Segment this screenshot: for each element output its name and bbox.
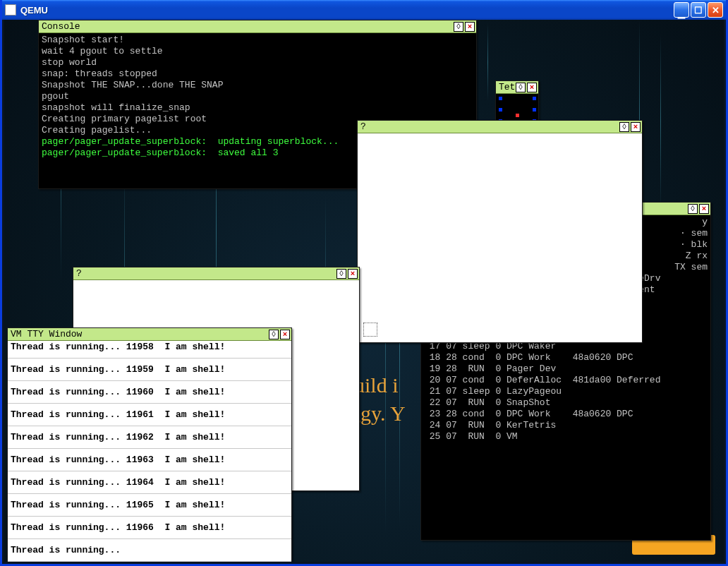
tetris-title: Tet [499,82,516,92]
console-title: Console [42,21,454,32]
blank-window-2-title: ? [360,121,619,132]
console-line: snap: threads stopped [42,68,473,80]
minimize-icon[interactable]: ◊ [336,269,346,279]
tty-line: Thread is running... 11959 I am shell! [8,359,291,381]
close-icon[interactable]: × [699,204,709,214]
tetris-block [516,114,519,117]
guest-desktop[interactable]: ɔuild i ɩggy. Y ◊ × y· sem· blkZ rxTX se… [4,20,724,562]
qemu-main-window: QEMU ▁ ☐ ✕ ɔuild i ɩggy. Y ◊ × [0,0,728,566]
close-icon[interactable]: × [527,83,537,92]
close-icon[interactable]: × [348,269,358,279]
vm-tty-title: VM TTY Window [11,329,269,339]
console-titlebar[interactable]: Console ◊ × [39,20,476,33]
tty-line: Thread is running... 11961 I am shell! [8,404,291,426]
process-row: 22 07 RUN 0 SnapShot [424,397,708,409]
close-icon[interactable]: × [631,122,641,132]
maximize-button[interactable]: ☐ [691,2,706,18]
process-row: 21 07 sleep 0 LazyPageou [424,386,708,397]
tetris-block [533,108,536,112]
bg-streak [660,34,661,210]
tty-line: Thread is running... 11960 I am shell! [8,381,291,404]
tty-line: Thread is running... 11965 I am shell! [8,494,291,517]
tty-line: Thread is running... 11958 I am shell! [8,341,291,359]
tty-line: Thread is running... 11962 I am shell! [8,426,291,449]
process-row: 25 07 RUN 0 VM [424,431,708,442]
tetris-block [499,108,502,112]
tetris-block [533,97,536,100]
vm-tty-window[interactable]: VM TTY Window ◊ × Thread is running... 1… [7,327,292,562]
blank-window-2-body[interactable] [358,133,642,342]
process-row: 23 28 cond 0 DPC Work 48a0620 DPC [424,409,708,420]
minimize-icon[interactable]: ◊ [688,204,698,214]
minimize-icon[interactable]: ◊ [269,330,279,339]
caret-box [363,323,377,337]
process-row: 24 07 RUN 0 KerTetris [424,420,708,431]
minimize-icon[interactable]: ◊ [454,22,463,32]
qemu-app-icon [5,4,16,16]
tetris-block [499,97,502,100]
tetris-titlebar[interactable]: Tet ◊ × [496,81,538,94]
minimize-icon[interactable]: ◊ [516,83,526,92]
tty-line: Thread is running... 11963 I am shell! [8,449,291,471]
vm-tty-body[interactable]: Thread is running... 11958 I am shell!Th… [8,341,291,562]
close-icon[interactable]: × [465,22,475,32]
tty-line: Thread is running... 11966 I am shell! [8,517,291,539]
process-row: 18 28 cond 0 DPC Work 48a0620 DPC [424,352,708,363]
process-row: 19 28 RUN 0 Pager Dev [424,363,708,375]
blank-window-1-title: ? [76,268,336,279]
console-line: Snapshot THE SNAP...done THE SNAP [42,80,473,91]
close-button[interactable]: ✕ [708,2,723,18]
qemu-title: QEMU [20,5,674,16]
window-control-buttons: ▁ ☐ ✕ [674,2,723,18]
vm-tty-titlebar[interactable]: VM TTY Window ◊ × [8,328,291,341]
console-line: Snapshot start! [42,35,473,46]
blank-window-1-titlebar[interactable]: ? ◊ × [73,267,359,280]
bg-streak [487,23,488,101]
blank-window-2-titlebar[interactable]: ? ◊ × [358,121,642,133]
blank-window-2[interactable]: ? ◊ × [357,120,643,343]
close-icon[interactable]: × [280,330,290,339]
tty-line: Thread is running... 11964 I am shell! [8,471,291,494]
console-line: pgout [42,91,473,102]
minimize-icon[interactable]: ◊ [619,122,629,132]
qemu-titlebar[interactable]: QEMU ▁ ☐ ✕ [2,0,726,20]
console-line: snapshot will finalize_snap [42,102,473,114]
process-row: 20 07 cond 0 DeferAlloc 481da00 Deferred [424,375,708,386]
minimize-button[interactable]: ▁ [674,2,689,18]
console-line: stop world [42,57,473,68]
console-line: wait 4 pgout to settle [42,46,473,57]
tty-line: Thread is running... [8,539,291,562]
